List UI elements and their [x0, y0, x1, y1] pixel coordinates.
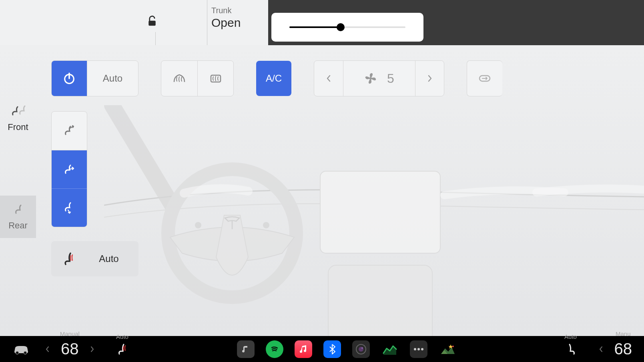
defrost-front-icon: [173, 72, 186, 84]
defrost-rear-button[interactable]: [197, 61, 233, 96]
fan-icon: [364, 72, 377, 85]
app-apple-music[interactable]: [295, 340, 312, 358]
fan-speed-value: 5: [387, 71, 394, 86]
car-icon: [12, 344, 30, 355]
brightness-slider[interactable]: [271, 13, 423, 42]
zone-sidebar: Front Rear: [0, 45, 36, 336]
svg-point-15: [361, 347, 363, 349]
app-more[interactable]: [410, 340, 427, 358]
airflow-face-button[interactable]: [52, 112, 87, 150]
fan-decrease-button[interactable]: [314, 61, 343, 96]
svg-point-17: [417, 348, 420, 350]
chevron-left-icon: [599, 346, 603, 352]
fan-increase-button[interactable]: [415, 61, 444, 96]
music-note-icon: [242, 345, 250, 354]
auto-button[interactable]: Auto: [87, 61, 138, 96]
power-auto-group: Auto: [51, 60, 138, 96]
temp-increase-button[interactable]: [87, 346, 97, 352]
app-music[interactable]: [237, 340, 255, 358]
driver-seat-label: Auto: [116, 333, 128, 340]
airflow-mid-icon: [62, 163, 76, 176]
svg-point-16: [414, 348, 416, 350]
defrost-front-button[interactable]: [161, 61, 197, 96]
chevron-left-icon: [46, 346, 50, 352]
svg-point-3: [263, 222, 269, 228]
sidebar-item-rear[interactable]: Rear: [0, 196, 36, 238]
driver-temp-control: Manual 68: [42, 340, 97, 358]
airflow-mid-button[interactable]: [52, 150, 87, 188]
app-spotify[interactable]: [266, 340, 283, 358]
ac-button[interactable]: A/C: [256, 61, 291, 96]
recirc-group: [467, 60, 502, 96]
ac-label: A/C: [266, 73, 282, 84]
svg-point-2: [195, 222, 201, 228]
seat-front-icon: [10, 105, 26, 117]
trunk-status-value: Open: [211, 16, 241, 30]
power-button[interactable]: [52, 61, 87, 96]
svg-rect-0: [148, 21, 156, 26]
app-launcher: [237, 340, 456, 358]
header: Trunk Open: [0, 0, 644, 45]
seat-icon: [566, 343, 576, 356]
chevron-left-icon: [326, 74, 331, 82]
defrost-group: [161, 60, 234, 96]
spotify-icon: [269, 344, 280, 354]
recirculate-button[interactable]: [467, 61, 502, 96]
app-energy[interactable]: [381, 340, 399, 358]
passenger-mode-label: Manu: [616, 330, 631, 337]
bottom-bar: Manual 68 Auto: [0, 336, 644, 362]
sidebar-front-label: Front: [8, 122, 28, 132]
passenger-temp-value[interactable]: Manu 68: [614, 340, 632, 358]
auto-label: Auto: [103, 73, 122, 84]
app-dashcam[interactable]: [352, 340, 370, 358]
driver-temp-value[interactable]: Manual 68: [61, 340, 79, 358]
bluetooth-icon: [329, 344, 336, 355]
recirculate-icon: [478, 73, 492, 84]
svg-marker-19: [448, 344, 453, 349]
divider: [155, 32, 156, 45]
slider-knob[interactable]: [337, 23, 345, 31]
climate-main: Front Rear Auto: [0, 45, 644, 336]
app-theater[interactable]: [439, 340, 456, 358]
slider-track: [289, 26, 405, 28]
airflow-feet-button[interactable]: [52, 188, 87, 227]
car-status-button[interactable]: [12, 344, 30, 355]
lock-toggle[interactable]: [146, 15, 158, 27]
svg-rect-4: [320, 171, 440, 253]
seat-heat-icon: [117, 343, 128, 356]
driver-seat-heat-button[interactable]: Auto: [117, 343, 128, 356]
svg-point-11: [16, 351, 19, 354]
passenger-seat-label: Auto: [564, 333, 577, 340]
svg-point-12: [24, 351, 27, 354]
passenger-seat-heat-button[interactable]: Auto: [566, 343, 576, 356]
airflow-feet-icon: [62, 201, 76, 215]
driver-mode-label: Manual: [60, 330, 80, 337]
app-bluetooth[interactable]: [323, 340, 341, 358]
trunk-label: Trunk: [211, 6, 241, 15]
fan-speed-group: 5: [314, 60, 444, 96]
seat-heat-auto-button[interactable]: Auto: [51, 241, 138, 276]
svg-point-20: [452, 346, 454, 347]
fan-speed-display: 5: [343, 61, 415, 96]
chevron-right-icon: [427, 74, 432, 82]
climate-controls-row: Auto A/C: [51, 60, 502, 96]
temp-decrease-button[interactable]: [42, 346, 53, 352]
seat-auto-label: Auto: [87, 253, 138, 264]
power-icon: [62, 72, 76, 85]
slider-fill: [289, 26, 341, 28]
passenger-temp-control: Manu 68: [596, 340, 632, 358]
seat-heat-icon: [63, 252, 75, 266]
apple-music-icon: [299, 344, 308, 354]
divider: [207, 0, 207, 45]
svg-point-18: [421, 348, 423, 350]
trunk-status[interactable]: Trunk Open: [211, 6, 241, 30]
airflow-face-icon: [62, 124, 76, 138]
temp-decrease-button[interactable]: [596, 346, 606, 352]
camera-lens-icon: [355, 343, 367, 355]
defrost-rear-icon: [209, 72, 223, 84]
svg-rect-5: [328, 265, 432, 336]
sidebar-item-front[interactable]: Front: [0, 97, 36, 140]
airflow-direction-group: [51, 111, 87, 227]
scenery-icon: [439, 343, 455, 356]
chart-icon: [383, 344, 397, 355]
